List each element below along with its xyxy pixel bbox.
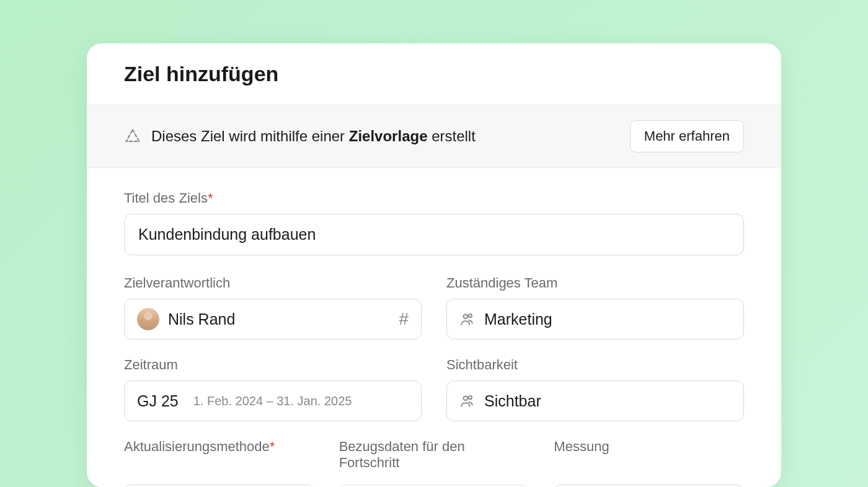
field-owner: Zielverantwortlich Nils Rand # (124, 275, 422, 340)
field-period: Zeitraum GJ 25 1. Feb. 2024 – 31. Jan. 2… (124, 357, 422, 421)
field-visibility: Sichtbarkeit Sichtbar (446, 357, 744, 421)
visibility-select[interactable]: Sichtbar (446, 380, 744, 421)
goal-title-input[interactable] (124, 214, 744, 255)
owner-label: Zielverantwortlich (124, 275, 422, 291)
period-label: Zeitraum (124, 357, 422, 373)
banner-text-before: Dieses Ziel wird mithilfe einer (151, 128, 349, 144)
team-icon (459, 311, 476, 327)
visibility-value: Sichtbar (484, 392, 731, 410)
field-progress-ref: Bezugsdaten für den Fortschritt (339, 439, 529, 487)
field-team: Zuständiges Team Marketing (446, 275, 744, 340)
row-owner-team: Zielverantwortlich Nils Rand # Zuständig… (124, 275, 744, 340)
row-method-ref-measurement: Aktualisierungsmethode* ◆ Automatisch # … (124, 439, 744, 487)
visibility-label: Sichtbarkeit (446, 357, 744, 373)
avatar (137, 308, 159, 330)
banner-text: Dieses Ziel wird mithilfe einer Zielvorl… (151, 128, 620, 145)
svg-point-0 (464, 314, 468, 318)
team-icon (459, 393, 476, 409)
row-period-visibility: Zeitraum GJ 25 1. Feb. 2024 – 31. Jan. 2… (124, 357, 744, 421)
banner-text-after: erstellt (427, 128, 475, 144)
team-select[interactable]: Marketing (446, 299, 744, 340)
modal-header: Ziel hinzufügen (87, 43, 781, 105)
hash-icon: # (399, 309, 409, 329)
field-measurement: Messung % Prozent # (554, 439, 744, 487)
update-method-label: Aktualisierungsmethode* (124, 439, 314, 477)
period-value: GJ 25 (137, 392, 179, 410)
svg-point-2 (464, 396, 468, 400)
form-body: Titel des Ziels* Zielverantwortlich Nils… (87, 168, 781, 487)
svg-point-1 (469, 314, 472, 317)
goal-title-label: Titel des Ziels* (124, 190, 744, 206)
period-select[interactable]: GJ 25 1. Feb. 2024 – 31. Jan. 2025 (124, 380, 422, 421)
team-label: Zuständiges Team (446, 275, 744, 291)
period-sub: 1. Feb. 2024 – 31. Jan. 2025 (193, 394, 352, 408)
measurement-select[interactable]: % Prozent # (554, 485, 744, 487)
measurement-label: Messung (554, 439, 744, 477)
required-mark: * (270, 439, 275, 454)
field-goal-title: Titel des Ziels* (124, 190, 744, 255)
update-method-select[interactable]: ◆ Automatisch # (124, 485, 314, 487)
template-banner: Dieses Ziel wird mithilfe einer Zielvorl… (87, 105, 781, 168)
progress-ref-label: Bezugsdaten für den Fortschritt (339, 439, 529, 477)
field-update-method: Aktualisierungsmethode* ◆ Automatisch # (124, 439, 314, 487)
owner-value: Nils Rand (168, 310, 390, 328)
modal-title: Ziel hinzufügen (124, 62, 744, 86)
team-value: Marketing (484, 310, 731, 328)
banner-text-bold: Zielvorlage (349, 128, 428, 144)
triangle-dashed-icon (124, 128, 141, 145)
required-mark: * (208, 190, 213, 206)
svg-point-3 (469, 396, 472, 399)
add-goal-modal: Ziel hinzufügen Dieses Ziel wird mithilf… (87, 43, 781, 487)
progress-ref-select[interactable] (339, 485, 529, 487)
learn-more-button[interactable]: Mehr erfahren (630, 120, 744, 152)
owner-select[interactable]: Nils Rand # (124, 299, 422, 340)
